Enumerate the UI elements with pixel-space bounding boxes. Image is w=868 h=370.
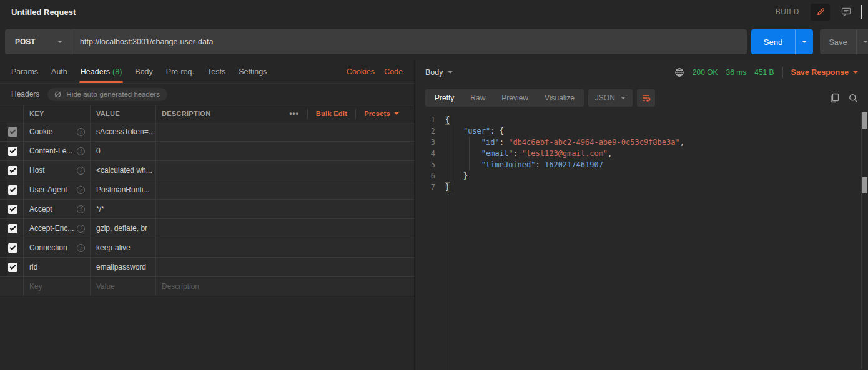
headers-table-header: KEY VALUE DESCRIPTION ••• Bulk Edit Pres… bbox=[0, 105, 414, 122]
response-body-dropdown[interactable]: Body bbox=[425, 68, 453, 77]
header-key-text: rid bbox=[29, 263, 37, 271]
info-icon[interactable]: i bbox=[77, 128, 85, 136]
header-value-text: emailpassword bbox=[96, 263, 146, 271]
header-key-cell[interactable]: Cookiei bbox=[24, 122, 91, 141]
header-key-cell[interactable]: Accept-Enc...i bbox=[24, 219, 91, 238]
view-tab-preview[interactable]: Preview bbox=[493, 89, 536, 107]
header-value-text: 0 bbox=[96, 147, 101, 155]
globe-icon[interactable] bbox=[674, 67, 684, 77]
info-icon[interactable]: i bbox=[77, 244, 85, 252]
save-response-dropdown[interactable]: Save Response bbox=[791, 68, 858, 77]
tab-tests[interactable]: Tests bbox=[207, 60, 225, 83]
header-value-cell[interactable]: sAccessToken=... bbox=[91, 122, 156, 141]
edit-pencil-button[interactable] bbox=[811, 4, 830, 21]
header-value-cell[interactable]: */* bbox=[91, 200, 156, 218]
header-value-cell[interactable]: gzip, deflate, br bbox=[91, 219, 156, 238]
format-dropdown[interactable]: JSON bbox=[588, 89, 633, 107]
tab-headers[interactable]: Headers(8) bbox=[81, 60, 122, 83]
method-dropdown[interactable]: POST bbox=[5, 29, 71, 54]
new-key-input[interactable]: Key bbox=[24, 277, 91, 296]
tab-auth[interactable]: Auth bbox=[51, 60, 67, 83]
bulk-edit-button[interactable]: Bulk Edit bbox=[316, 110, 347, 117]
header-description-cell[interactable] bbox=[156, 161, 414, 180]
header-enabled-checkbox[interactable] bbox=[8, 185, 17, 195]
drag-handle[interactable] bbox=[0, 238, 7, 257]
send-options-button[interactable] bbox=[795, 29, 813, 54]
header-enabled-checkbox[interactable] bbox=[8, 243, 17, 253]
new-value-input[interactable]: Value bbox=[91, 277, 156, 296]
divider bbox=[782, 67, 783, 78]
copy-icon[interactable] bbox=[830, 93, 839, 103]
response-body-editor[interactable]: 1{2 "user": {3 "id": "db4c6ebf-abc2-4964… bbox=[415, 111, 868, 370]
header-key-cell[interactable]: Connectioni bbox=[24, 238, 91, 257]
header-key-cell[interactable]: Content-Le...i bbox=[24, 142, 91, 160]
presets-dropdown[interactable]: Presets bbox=[364, 110, 399, 117]
header-key-cell[interactable]: User-Agenti bbox=[24, 180, 91, 199]
cookies-link[interactable]: Cookies bbox=[347, 67, 375, 76]
new-header-row[interactable]: Key Value Description bbox=[0, 277, 414, 296]
drag-handle[interactable] bbox=[0, 161, 7, 180]
wrap-text-icon bbox=[641, 94, 651, 102]
tab-prereq[interactable]: Pre-req. bbox=[166, 60, 194, 83]
line-content: } bbox=[445, 170, 468, 182]
view-tab-pretty[interactable]: Pretty bbox=[427, 89, 462, 107]
header-description-cell[interactable] bbox=[156, 219, 414, 238]
scrollbar-thumb[interactable] bbox=[862, 112, 867, 129]
drag-handle[interactable] bbox=[0, 142, 7, 160]
tab-settings[interactable]: Settings bbox=[239, 60, 267, 83]
url-input[interactable]: http://localhost:3001/change-user-data bbox=[71, 29, 747, 54]
tab-body[interactable]: Body bbox=[135, 60, 153, 83]
hide-autogenerated-toggle[interactable]: Hide auto-generated headers bbox=[47, 88, 167, 101]
header-description-cell[interactable] bbox=[156, 142, 414, 160]
request-panel: ParamsAuthHeaders(8)BodyPre-req.TestsSet… bbox=[0, 60, 415, 370]
info-icon[interactable]: i bbox=[77, 205, 85, 213]
view-tab-visualize[interactable]: Visualize bbox=[536, 89, 583, 107]
header-description-cell[interactable] bbox=[156, 180, 414, 199]
drag-handle[interactable] bbox=[0, 122, 7, 141]
line-number: 4 bbox=[415, 148, 445, 159]
header-enabled-checkbox[interactable] bbox=[8, 127, 17, 137]
wrap-text-button[interactable] bbox=[637, 89, 655, 107]
drag-handle[interactable] bbox=[0, 200, 7, 218]
more-options-icon[interactable]: ••• bbox=[289, 109, 299, 118]
column-description: DESCRIPTION ••• Bulk Edit Presets bbox=[156, 105, 414, 122]
header-value-cell[interactable]: <calculated wh... bbox=[91, 161, 156, 180]
header-enabled-checkbox[interactable] bbox=[8, 224, 17, 233]
drag-handle[interactable] bbox=[0, 219, 7, 238]
info-icon[interactable]: i bbox=[77, 225, 85, 233]
code-link[interactable]: Code bbox=[384, 67, 403, 76]
header-description-cell[interactable] bbox=[156, 238, 414, 257]
divider bbox=[307, 109, 308, 119]
header-description-cell[interactable] bbox=[156, 122, 414, 141]
drag-handle[interactable] bbox=[0, 258, 7, 276]
tab-params[interactable]: Params bbox=[11, 60, 38, 83]
send-button[interactable]: Send bbox=[751, 29, 795, 54]
chevron-down-icon bbox=[394, 112, 399, 115]
header-description-cell[interactable] bbox=[156, 200, 414, 218]
cutoff-button-edge bbox=[861, 5, 862, 19]
header-enabled-checkbox[interactable] bbox=[8, 263, 17, 272]
info-icon[interactable]: i bbox=[77, 186, 85, 194]
new-description-input[interactable]: Description bbox=[156, 277, 414, 296]
header-key-cell[interactable]: Accepti bbox=[24, 200, 91, 218]
view-tab-raw[interactable]: Raw bbox=[462, 89, 493, 107]
header-description-cell[interactable] bbox=[156, 258, 414, 276]
vertical-scrollbar[interactable] bbox=[861, 112, 867, 369]
info-icon[interactable]: i bbox=[77, 147, 85, 155]
header-key-cell[interactable]: Hosti bbox=[24, 161, 91, 180]
drag-handle[interactable] bbox=[0, 180, 7, 199]
header-enabled-checkbox[interactable] bbox=[8, 166, 17, 175]
save-options-button[interactable] bbox=[856, 29, 868, 54]
header-enabled-checkbox[interactable] bbox=[8, 147, 17, 156]
scrollbar-thumb[interactable] bbox=[862, 177, 867, 193]
header-value-cell[interactable]: PostmanRunti... bbox=[91, 180, 156, 199]
search-icon[interactable] bbox=[849, 94, 858, 103]
header-enabled-checkbox[interactable] bbox=[8, 205, 17, 214]
header-key-cell[interactable]: rid bbox=[24, 258, 91, 276]
info-icon[interactable]: i bbox=[77, 167, 85, 175]
comment-button[interactable] bbox=[836, 4, 856, 21]
save-button[interactable]: Save bbox=[820, 29, 856, 54]
header-value-cell[interactable]: 0 bbox=[91, 142, 156, 160]
header-value-cell[interactable]: keep-alive bbox=[91, 238, 156, 257]
header-value-cell[interactable]: emailpassword bbox=[91, 258, 156, 276]
